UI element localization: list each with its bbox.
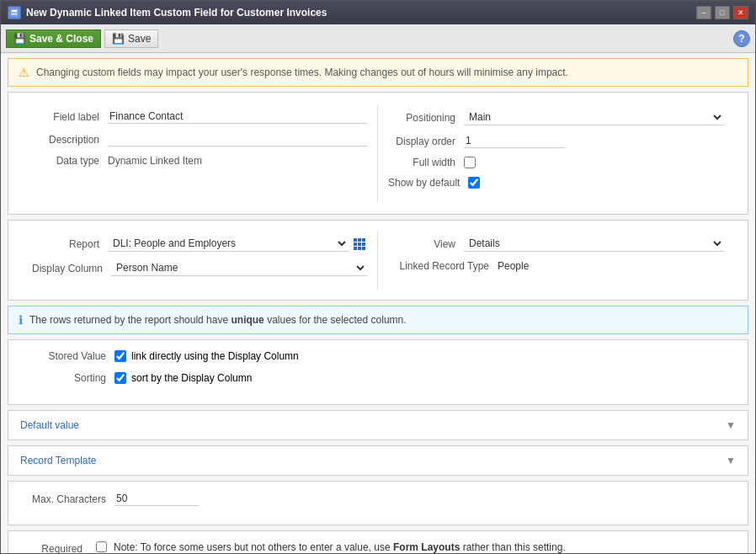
sorting-checkbox-wrap: sort by the Display Column	[114, 372, 252, 384]
info-alert: ℹ The rows returned by the report should…	[8, 306, 748, 334]
window-title: New Dynamic Linked Item Custom Field for…	[26, 7, 696, 19]
description-row: Description	[32, 132, 367, 146]
report-select[interactable]: DLI: People and Employers	[108, 236, 349, 252]
warning-text: Changing custom fields may impact your u…	[36, 67, 568, 78]
main-window: New Dynamic Linked Item Custom Field for…	[0, 0, 756, 554]
display-order-row: Display order	[388, 134, 724, 148]
positioning-select-wrap: Main	[464, 109, 724, 125]
save-label: Save	[128, 33, 151, 45]
save-close-label: Save & Close	[29, 33, 93, 45]
description-input[interactable]	[108, 132, 367, 146]
info-text: The rows returned by the report should h…	[29, 314, 407, 326]
record-template-label: Record Template	[20, 455, 726, 466]
content-area[interactable]: ⚠ Changing custom fields may impact your…	[1, 53, 755, 553]
show-by-default-checkbox-wrap	[468, 177, 480, 189]
close-button[interactable]: ✕	[733, 6, 748, 19]
sorting-checkbox[interactable]	[114, 372, 126, 384]
title-bar: New Dynamic Linked Item Custom Field for…	[1, 1, 755, 24]
required-row: Required Note: To force some users but n…	[22, 541, 734, 553]
view-select[interactable]: Details	[464, 236, 724, 252]
stored-value-row: Stored Value link directly using the Dis…	[22, 350, 734, 362]
show-by-default-row: Show by default	[388, 177, 724, 189]
svg-rect-2	[12, 13, 17, 14]
field-label-label: Field label	[32, 111, 108, 123]
max-characters-section: Max. Characters	[8, 481, 748, 525]
report-select-wrap: DLI: People and Employers	[108, 236, 367, 252]
full-width-checkbox[interactable]	[464, 157, 476, 168]
sorting-checkbox-label: sort by the Display Column	[131, 372, 252, 384]
view-label: View	[388, 238, 464, 250]
svg-rect-0	[10, 8, 19, 17]
display-column-select[interactable]: Person Name	[111, 260, 367, 276]
field-form-grid: Field label Description Data type Dynami…	[22, 104, 734, 202]
stored-sorting-section: Stored Value link directly using the Dis…	[8, 339, 748, 405]
show-by-default-label: Show by default	[388, 177, 468, 189]
window-icon	[8, 6, 21, 19]
linked-record-type-label: Linked Record Type	[388, 260, 498, 272]
default-value-section: Default value ▼	[8, 410, 748, 440]
warning-alert: ⚠ Changing custom fields may impact your…	[8, 58, 748, 87]
svg-rect-1	[12, 10, 17, 12]
max-characters-row: Max. Characters	[22, 492, 734, 506]
required-label: Required	[22, 541, 89, 553]
stored-value-checkbox-label: link directly using the Display Column	[131, 350, 299, 362]
linked-record-type-row: Linked Record Type People	[388, 260, 724, 272]
record-template-chevron: ▼	[726, 455, 736, 466]
save-button[interactable]: 💾 Save	[104, 29, 158, 48]
report-section: Report DLI: People and Employers	[8, 220, 748, 301]
default-value-label: Default value	[20, 419, 726, 431]
display-column-label: Display Column	[32, 263, 111, 274]
report-row: Report DLI: People and Employers	[32, 236, 367, 252]
help-button[interactable]: ?	[733, 30, 750, 47]
sorting-label: Sorting	[22, 372, 114, 384]
report-label: Report	[32, 238, 108, 250]
view-select-wrap: Details	[464, 236, 724, 252]
report-form-grid: Report DLI: People and Employers	[22, 231, 734, 290]
full-width-row: Full width	[388, 157, 724, 168]
minimize-button[interactable]: –	[696, 6, 711, 19]
toolbar: 💾 Save & Close 💾 Save ?	[1, 24, 755, 53]
window-controls: – □ ✕	[696, 6, 748, 19]
data-type-label: Data type	[32, 155, 108, 167]
warning-icon: ⚠	[19, 66, 29, 79]
form-left: Field label Description Data type Dynami…	[22, 104, 378, 202]
description-label: Description	[32, 134, 108, 146]
default-value-chevron: ▼	[726, 419, 736, 431]
save-close-button[interactable]: 💾 Save & Close	[6, 29, 101, 48]
display-order-input[interactable]	[464, 134, 565, 148]
permissions-section: Required Note: To force some users but n…	[8, 530, 748, 553]
max-characters-label: Max. Characters	[22, 493, 114, 505]
field-label-input[interactable]	[108, 109, 367, 124]
required-checkbox[interactable]	[96, 541, 107, 552]
form-right: Positioning Main Display order Full widt…	[378, 104, 734, 202]
display-order-label: Display order	[388, 136, 464, 147]
stored-value-checkbox-wrap: link directly using the Display Column	[114, 350, 299, 362]
record-template-section: Record Template ▼	[8, 445, 748, 476]
info-icon: ℹ	[19, 313, 23, 327]
full-width-checkbox-wrap	[464, 157, 476, 168]
restore-button[interactable]: □	[715, 6, 730, 19]
grid-icon[interactable]	[352, 237, 367, 252]
field-label-row: Field label	[32, 109, 367, 124]
max-characters-input[interactable]	[114, 492, 199, 506]
save-icon: 💾	[112, 33, 125, 45]
full-width-label: Full width	[388, 157, 464, 168]
report-form-left: Report DLI: People and Employers	[22, 231, 378, 290]
linked-record-type-value: People	[498, 260, 529, 272]
positioning-row: Positioning Main	[388, 109, 724, 125]
field-section: Field label Description Data type Dynami…	[8, 92, 748, 215]
data-type-value: Dynamic Linked Item	[108, 155, 202, 167]
required-note: Note: To force some users but not others…	[114, 541, 734, 553]
view-row: View Details	[388, 236, 724, 252]
positioning-label: Positioning	[388, 112, 464, 124]
positioning-select[interactable]: Main	[464, 109, 724, 125]
stored-value-label: Stored Value	[22, 350, 114, 362]
stored-value-checkbox[interactable]	[114, 350, 126, 362]
record-template-row[interactable]: Record Template ▼	[8, 446, 748, 475]
show-by-default-checkbox[interactable]	[468, 177, 480, 189]
default-value-row[interactable]: Default value ▼	[8, 411, 748, 439]
data-type-row: Data type Dynamic Linked Item	[32, 155, 367, 167]
save-close-icon: 💾	[13, 33, 26, 45]
display-column-row: Display Column Person Name	[32, 260, 367, 276]
report-form-right: View Details Linked Record Type People	[378, 231, 734, 290]
